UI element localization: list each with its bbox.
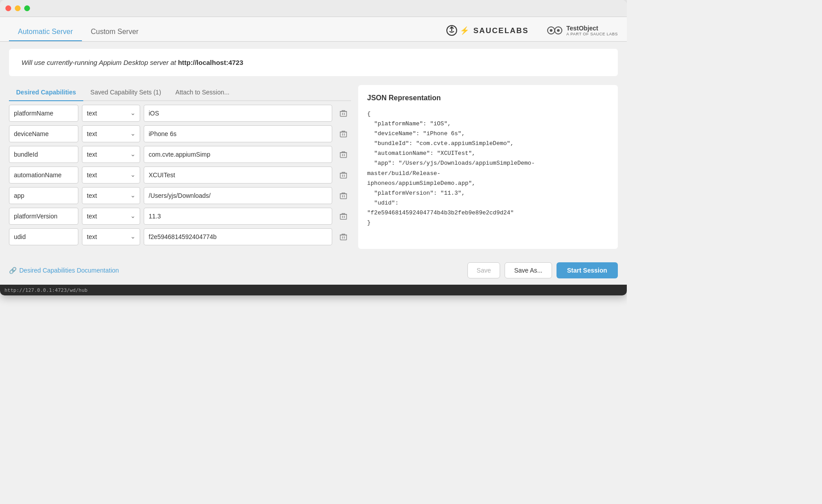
app-window: Automatic Server Custom Server ⚡ SAUCELA… [0,0,627,295]
capability-type-select[interactable]: text boolean number object [82,208,140,225]
capability-type-select[interactable]: text boolean number object [82,167,140,184]
capability-name-input[interactable] [9,187,78,204]
capability-row: text boolean number object [9,146,351,163]
json-panel-title: JSON Representation [367,94,609,102]
capability-rows: text boolean number object text boolean … [9,105,351,245]
capability-type-select[interactable]: text boolean number object [82,146,140,163]
capability-row: text boolean number object [9,167,351,184]
maximize-button[interactable] [24,5,30,11]
delete-capability-button[interactable] [336,209,351,224]
capability-type-select[interactable]: text boolean number object [82,187,140,204]
svg-rect-20 [340,214,347,219]
start-session-button[interactable]: Start Session [557,262,618,278]
docs-link[interactable]: 🔗 Desired Capabilities Documentation [9,267,119,274]
capability-value-input[interactable] [144,105,332,122]
svg-rect-14 [340,173,347,178]
capability-value-input[interactable] [144,208,332,225]
capability-type-wrapper: text boolean number object [82,187,140,204]
json-content: { "platformName": "iOS", "deviceName": "… [367,109,609,228]
tab-automatic-server[interactable]: Automatic Server [9,23,82,41]
capability-type-wrapper: text boolean number object [82,167,140,184]
sub-tabs: Desired Capabilities Saved Capability Se… [9,85,351,101]
capability-name-input[interactable] [9,105,78,122]
testobject-icon [547,24,563,37]
capability-type-select[interactable]: text boolean number object [82,228,140,245]
testobject-logo: TestObject A PART OF SAUCE LABS [547,24,618,37]
capability-type-select[interactable]: text boolean number object [82,125,140,142]
svg-point-4 [557,29,560,32]
docs-link-text: Desired Capabilities Documentation [19,267,119,274]
save-as-button[interactable]: Save As... [505,262,552,278]
capability-name-input[interactable] [9,228,78,245]
link-icon: 🔗 [9,267,17,274]
capability-row: text boolean number object [9,228,351,245]
sauce-labs-icon [446,25,457,36]
capability-value-input[interactable] [144,167,332,184]
capability-type-wrapper: text boolean number object [82,146,140,163]
traffic-lights [5,5,30,11]
close-button[interactable] [5,5,11,11]
capability-name-input[interactable] [9,125,78,142]
capability-type-wrapper: text boolean number object [82,208,140,225]
delete-capability-button[interactable] [336,126,351,141]
delete-capability-button[interactable] [336,106,351,121]
bottom-bar: 🔗 Desired Capabilities Documentation Sav… [0,256,627,285]
svg-rect-8 [340,132,347,137]
delete-capability-button[interactable] [336,147,351,162]
status-bar: http://127.0.0.1:4723/wd/hub [0,285,627,295]
delete-capability-button[interactable] [336,167,351,183]
left-panel: Desired Capabilities Saved Capability Se… [9,85,351,249]
capability-type-wrapper: text boolean number object [82,228,140,245]
tab-attach-session[interactable]: Attach to Session... [168,85,237,100]
main-content: Will use currently-running Appium Deskto… [0,42,627,256]
capability-value-input[interactable] [144,125,332,142]
capability-row: text boolean number object [9,208,351,225]
capability-type-wrapper: text boolean number object [82,125,140,142]
tabbar: Automatic Server Custom Server ⚡ SAUCELA… [0,17,627,42]
tab-desired-capabilities[interactable]: Desired Capabilities [9,85,83,100]
sauce-labs-logo: ⚡ SAUCELABS [446,25,529,36]
capability-value-input[interactable] [144,187,332,204]
capability-name-input[interactable] [9,146,78,163]
status-text: http://127.0.0.1:4723/wd/hub [4,287,87,293]
capability-row: text boolean number object [9,187,351,204]
svg-rect-11 [340,153,347,158]
capability-value-input[interactable] [144,146,332,163]
info-text: Will use currently-running Appium Deskto… [21,59,178,66]
capability-name-input[interactable] [9,208,78,225]
svg-rect-23 [340,235,347,240]
minimize-button[interactable] [15,5,21,11]
capability-row: text boolean number object [9,105,351,122]
capability-value-input[interactable] [144,228,332,245]
capability-type-select[interactable]: text boolean number object [82,105,140,122]
bottom-buttons: Save Save As... Start Session [467,262,618,278]
svg-rect-5 [340,111,347,116]
capability-name-input[interactable] [9,167,78,184]
save-button[interactable]: Save [467,262,501,278]
info-box: Will use currently-running Appium Deskto… [9,49,618,76]
capabilities-section: Desired Capabilities Saved Capability Se… [9,85,618,249]
testobject-name: TestObject [566,25,618,32]
capability-type-wrapper: text boolean number object [82,105,140,122]
json-panel: JSON Representation { "platformName": "i… [358,85,618,249]
logo-area: ⚡ SAUCELABS TestObject A PART OF SAUCE L… [446,24,618,41]
svg-rect-17 [340,194,347,199]
titlebar [0,0,627,17]
server-url: http://localhost:4723 [178,59,243,66]
sauce-labs-text: ⚡ SAUCELABS [460,26,529,35]
delete-capability-button[interactable] [336,188,351,203]
delete-capability-button[interactable] [336,229,351,244]
tab-saved-sets[interactable]: Saved Capability Sets (1) [83,85,168,100]
capability-row: text boolean number object [9,125,351,142]
testobject-subtitle: A PART OF SAUCE LABS [566,32,618,36]
tab-custom-server[interactable]: Custom Server [82,23,148,41]
svg-point-3 [550,29,552,32]
